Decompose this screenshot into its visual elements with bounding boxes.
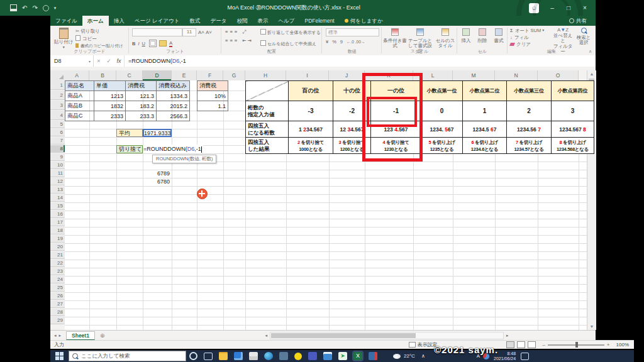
horizontal-scrollbar[interactable] (270, 332, 504, 339)
cell[interactable]: 2 (507, 101, 552, 121)
column-header-J[interactable]: J (329, 70, 365, 80)
comma-style-icon[interactable]: 9 (340, 39, 343, 45)
zoom-level[interactable]: 100% (616, 342, 629, 348)
rounddown-label-cell[interactable]: 切り捨て (116, 145, 143, 153)
merge-center-button[interactable]: セルを結合して中央揃え (260, 40, 321, 47)
weather-temp[interactable]: 22°C (404, 353, 415, 359)
zoom-out-icon[interactable]: – (542, 342, 545, 348)
recorder-icon[interactable] (369, 352, 377, 360)
sheet-prev-icon[interactable]: ◂ (54, 333, 57, 338)
horizontal-scroll-thumb[interactable] (271, 333, 416, 338)
align-bottom-icon[interactable]: ≡ (235, 29, 237, 35)
cell[interactable]: 2333 (94, 111, 126, 121)
font-color-icon[interactable]: A (169, 40, 172, 47)
cell[interactable]: 1.1 (197, 101, 228, 111)
file-explorer-icon[interactable] (219, 352, 228, 360)
undo-icon[interactable]: ↶ (22, 4, 27, 11)
paste-button[interactable]: 貼り付け ▾ (54, 28, 73, 50)
tray-chevron-icon[interactable]: ∧ (421, 353, 425, 359)
cut-button[interactable]: ✂切り取り (75, 28, 123, 34)
row-header-6[interactable]: 6 (50, 129, 65, 136)
column-header-G[interactable]: G (223, 70, 245, 80)
cell[interactable]: 四捨五入になる桁数 (246, 121, 289, 138)
cell-edit-box[interactable]: =ROUNDDOWN(D6,-1 (143, 145, 203, 153)
tab-pdfelement[interactable]: PDFelement (299, 16, 339, 26)
redo-icon[interactable]: ↷ (32, 4, 37, 11)
cell[interactable]: 10% (197, 91, 228, 101)
cell[interactable]: 商品C (65, 111, 94, 121)
row-header-15[interactable]: 15 (50, 202, 65, 210)
row-header-2[interactable]: 2 (50, 90, 65, 100)
underline-button[interactable]: U (142, 41, 145, 47)
average-label-cell[interactable]: 平均 (116, 129, 143, 137)
touch-mode-icon[interactable] (43, 5, 49, 11)
cell[interactable]: 1832 (94, 101, 126, 111)
column-header-C[interactable]: C (116, 70, 143, 80)
shrink-font-icon[interactable]: A˅ (206, 30, 212, 35)
cell[interactable]: 商品A (65, 91, 94, 101)
tab-formulas[interactable]: 数式 (184, 16, 205, 26)
percent-icon[interactable]: % (332, 39, 336, 45)
cell[interactable]: 1334.3 (157, 91, 190, 101)
row-header-11[interactable]: 11 (50, 170, 65, 177)
collapse-ribbon-icon[interactable]: ∧ (589, 49, 592, 54)
tab-review[interactable]: 校閲 (231, 16, 252, 26)
taskbar-search-box[interactable]: ここに入力して検索 (69, 351, 186, 361)
column-header-D[interactable]: D (143, 70, 172, 80)
delete-cells-button[interactable]: 削除 (475, 28, 490, 43)
cell-styles-button[interactable]: セルのスタイル (435, 28, 456, 49)
align-center-icon[interactable]: ≡ (230, 38, 232, 43)
format-painter-button[interactable]: 書式のコピー/貼り付け (75, 43, 123, 48)
cell[interactable]: 四捨五入した結果 (246, 138, 289, 154)
column-header-F[interactable]: F (197, 70, 223, 80)
number-format-select[interactable]: 標準 (326, 28, 379, 36)
normal-view-icon[interactable] (506, 341, 514, 348)
format-cells-button[interactable]: 書式 (491, 28, 506, 43)
cell[interactable]: 単価 (94, 81, 126, 91)
row-header-23[interactable]: 23 (50, 268, 65, 275)
tab-view[interactable]: 表示 (252, 16, 273, 26)
currency-icon[interactable]: ¥ (326, 39, 328, 45)
cell[interactable]: 2566.3 (157, 111, 190, 121)
row-header-29[interactable]: 29 (50, 317, 65, 324)
insert-function-icon[interactable]: fx (114, 58, 124, 64)
row-header-25[interactable]: 25 (50, 284, 65, 292)
tab-page-layout[interactable]: ページ レイアウト (130, 16, 185, 26)
cell[interactable]: 1234.56 7 (507, 121, 552, 138)
grow-font-icon[interactable]: A˄ (198, 30, 204, 35)
zoom-slider[interactable] (548, 344, 604, 346)
enter-icon[interactable]: ✓ (104, 58, 114, 64)
align-top-icon[interactable]: ≡ (225, 29, 228, 35)
cell[interactable] (246, 81, 289, 101)
cell[interactable]: 1213 (94, 91, 126, 101)
cell[interactable]: 商品B (65, 101, 94, 111)
cell[interactable]: 1234.567 8 (552, 121, 594, 138)
cell[interactable]: 3 (552, 101, 594, 121)
row-header-21[interactable]: 21 (50, 251, 65, 259)
document-app-icon[interactable] (279, 352, 288, 360)
hscroll-right-icon[interactable]: ▸ (506, 333, 509, 338)
row-header-28[interactable]: 28 (50, 309, 65, 316)
row-header-10[interactable]: 10 (50, 162, 65, 169)
tab-insert[interactable]: 挿入 (109, 16, 130, 26)
row-header-22[interactable]: 22 (50, 260, 65, 267)
tell-me-box[interactable]: 何をしますか (340, 16, 388, 26)
tab-data[interactable]: データ (205, 16, 231, 26)
align-left-icon[interactable]: ≡ (225, 38, 228, 43)
cell[interactable]: 0 (421, 101, 463, 121)
bold-button[interactable]: B (132, 41, 135, 47)
cell[interactable]: 2 を切り捨て1000となる (289, 138, 333, 154)
cell[interactable]: 6 を切り上げ1234.6となる (463, 138, 507, 154)
wrap-text-button[interactable]: 折り返して全体を表示する (260, 29, 321, 35)
cell[interactable]: 商品名 (65, 81, 94, 91)
column-header-I[interactable]: I (286, 70, 329, 80)
name-box[interactable]: D8 ▾ (50, 55, 94, 67)
borders-icon[interactable] (149, 40, 157, 47)
cell[interactable]: 183.2 (126, 101, 157, 111)
share-app-icon[interactable]: ➤ (338, 352, 347, 360)
row-header-12[interactable]: 12 (50, 178, 65, 185)
insert-cells-button[interactable]: 挿入 (458, 28, 474, 43)
fill-button[interactable]: ↓フィル (510, 35, 544, 40)
cancel-icon[interactable]: × (94, 58, 104, 64)
cell[interactable]: 233.3 (126, 111, 157, 121)
